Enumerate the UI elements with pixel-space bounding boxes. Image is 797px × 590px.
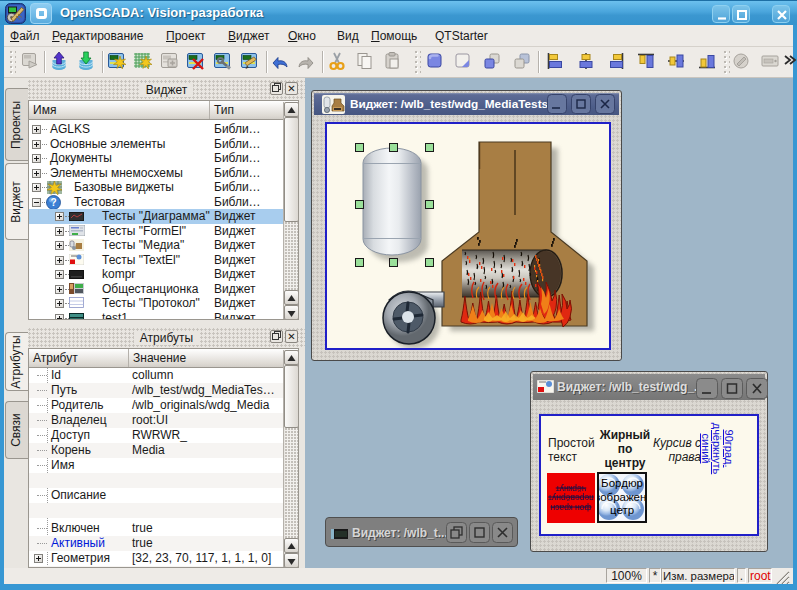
- svg-text:?: ?: [50, 197, 56, 208]
